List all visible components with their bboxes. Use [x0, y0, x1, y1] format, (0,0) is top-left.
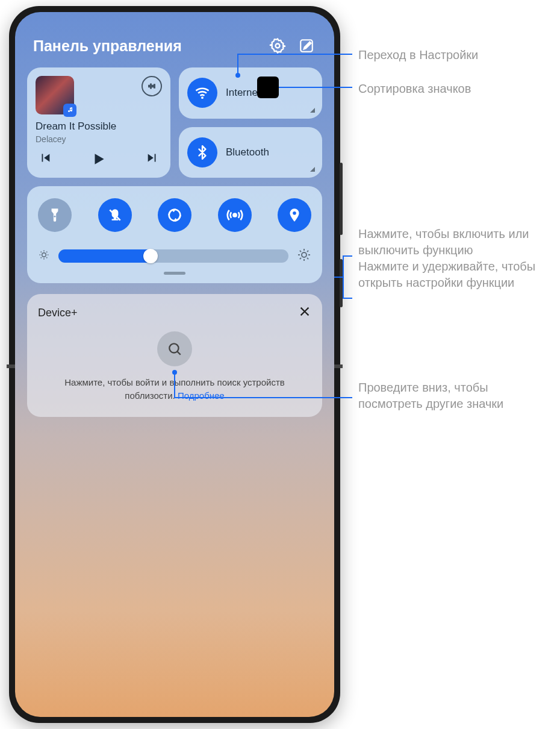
svg-point-13	[302, 252, 306, 257]
annotation-settings: Переход в Настройки	[358, 47, 478, 63]
svg-point-11	[293, 211, 296, 215]
page-title: Панель управления	[33, 37, 258, 55]
device-hint-text: Нажмите, чтобы войти и выполнить поиск у…	[38, 376, 311, 406]
song-artist: Delacey	[36, 134, 162, 144]
device-plus-card: Device+ Нажмите, чтобы войти и выполнить…	[27, 294, 322, 417]
bluetooth-toggle[interactable]: Bluetooth	[179, 127, 322, 178]
play-icon[interactable]	[91, 151, 107, 169]
auto-rotate-toggle[interactable]	[158, 198, 191, 232]
device-plus-title: Device+	[38, 307, 78, 319]
brightness-high-icon	[297, 248, 311, 264]
bluetooth-icon	[187, 137, 217, 167]
hotspot-toggle[interactable]	[218, 198, 252, 232]
svg-point-10	[233, 213, 236, 216]
svg-rect-3	[151, 84, 152, 89]
wifi-toggle[interactable]: Internet	[179, 67, 322, 119]
wifi-icon	[187, 78, 217, 108]
svg-point-6	[201, 97, 204, 99]
brightness-low-icon	[38, 249, 50, 263]
screen: Панель управления	[15, 12, 334, 717]
power-button	[340, 259, 343, 307]
location-toggle[interactable]	[278, 198, 311, 232]
annotation-swipe: Проведите вниз, чтобы посмотреть другие …	[358, 380, 551, 412]
music-app-badge-icon	[63, 104, 76, 117]
song-title: Dream It Possible	[36, 120, 162, 133]
bluetooth-label: Bluetooth	[226, 146, 269, 158]
phone-frame: Панель управления	[9, 6, 340, 723]
audio-output-icon[interactable]	[142, 76, 162, 96]
svg-rect-4	[152, 86, 154, 87]
brightness-slider[interactable]	[58, 249, 288, 263]
svg-point-7	[54, 216, 55, 217]
settings-icon[interactable]	[268, 36, 287, 55]
annotation-toggle: Нажмите, чтобы включить или выключить фу…	[358, 226, 551, 291]
album-art	[36, 76, 74, 114]
close-icon[interactable]	[298, 305, 311, 321]
svg-point-12	[42, 253, 46, 257]
svg-rect-2	[149, 86, 150, 87]
learn-more-link[interactable]: Подробнее	[178, 390, 225, 401]
svg-point-0	[276, 44, 280, 48]
expand-icon	[310, 108, 315, 113]
expand-handle[interactable]	[164, 272, 185, 275]
edit-icon[interactable]	[297, 36, 316, 55]
media-card[interactable]: Dream It Possible Delacey	[27, 67, 170, 178]
next-track-icon[interactable]	[145, 151, 160, 169]
mute-toggle[interactable]	[98, 198, 132, 232]
quick-toggles-panel	[27, 186, 322, 283]
flashlight-toggle[interactable]	[38, 198, 72, 232]
svg-rect-5	[154, 84, 155, 88]
device-search-button[interactable]	[157, 331, 192, 366]
expand-icon	[310, 167, 315, 172]
previous-track-icon[interactable]	[38, 151, 52, 169]
wifi-label: Internet	[226, 87, 261, 99]
volume-button	[340, 163, 343, 235]
control-panel-header: Панель управления	[15, 12, 334, 67]
panels-grid: Dream It Possible Delacey	[15, 67, 334, 417]
svg-point-14	[169, 343, 178, 352]
annotation-sort: Сортировка значков	[358, 81, 471, 97]
